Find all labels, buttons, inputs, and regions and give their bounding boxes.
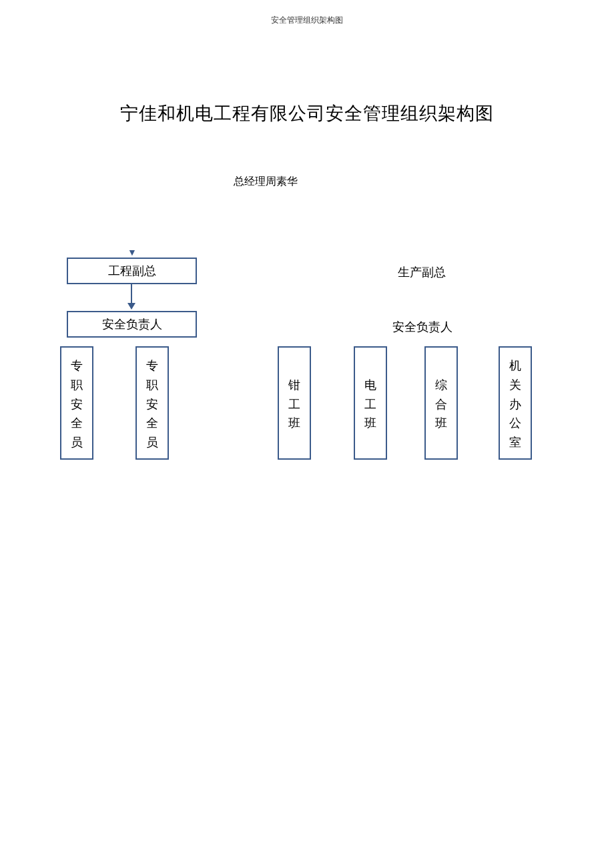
document-title: 宁佳和机电工程有限公司安全管理组织架构图 [0,101,614,125]
node-right-safety-lead: 安全负责人 [392,319,452,335]
arrowhead-icon: ▼ [127,248,137,258]
node-team-electrician: 电工班 [354,346,387,460]
node-label: 钳工班 [288,376,300,433]
node-production-vp: 生产副总 [398,264,446,280]
node-team-fitter: 钳工班 [278,346,311,460]
node-engineering-vp: 工程副总 [67,258,197,284]
node-left-safety-lead: 安全负责人 [67,311,197,338]
arrow-down-icon [131,284,132,308]
node-team-general: 综合班 [424,346,458,460]
node-label: 专职安全员 [71,356,83,452]
node-safety-officer: 专职安全员 [60,346,93,460]
node-label: 工程副总 [108,263,156,279]
node-label: 综合班 [435,376,447,433]
node-general-manager: 总经理周素华 [234,175,298,189]
node-label: 专职安全员 [146,356,158,452]
node-label: 机关办公室 [509,356,521,452]
node-team-office: 机关办公室 [499,346,532,460]
node-label: 安全负责人 [102,316,162,332]
node-label: 电工班 [364,376,376,433]
page-header: 安全管理组织架构图 [0,15,614,26]
node-safety-officer: 专职安全员 [135,346,169,460]
